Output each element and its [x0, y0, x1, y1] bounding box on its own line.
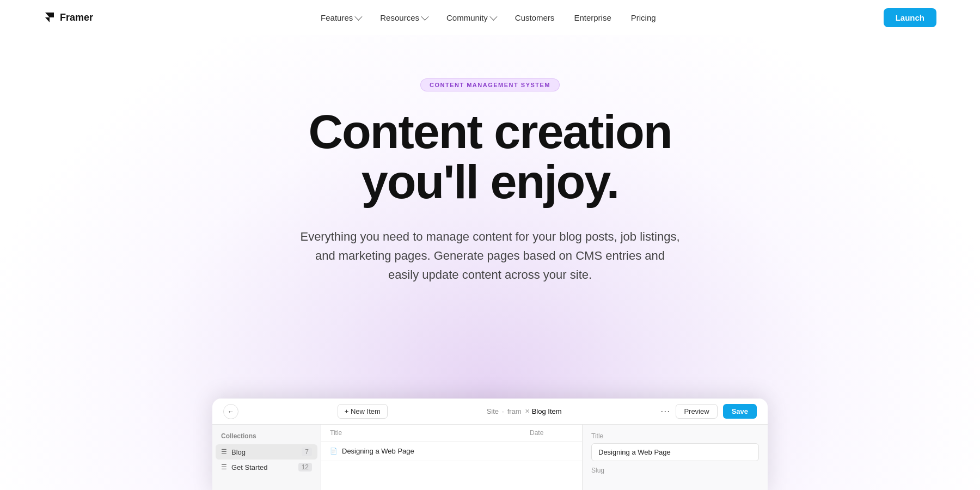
row-doc-icon: 📄 [330, 448, 338, 455]
collection-item-blog[interactable]: ☰ Blog 7 [216, 444, 317, 460]
svg-marker-0 [45, 13, 54, 17]
preview-actions: ··· Preview Save [660, 404, 757, 419]
table-header: Title Date [321, 425, 582, 442]
nav-item-features[interactable]: Features [321, 13, 360, 22]
preview-new-item-button[interactable]: + New Item [338, 404, 388, 419]
hero-section: CONTENT MANAGEMENT SYSTEM Content creati… [0, 35, 980, 284]
hero-title: Content creation you'll enjoy. [308, 107, 671, 207]
preview-more-button[interactable]: ··· [660, 406, 670, 417]
nav-item-customers[interactable]: Customers [515, 13, 555, 22]
nav-item-community[interactable]: Community [446, 13, 495, 22]
launch-button[interactable]: Launch [884, 8, 936, 27]
nav-item-enterprise[interactable]: Enterprise [574, 13, 611, 22]
ui-preview: ← + New Item Site · fram ✕ Blog Item ···… [212, 399, 768, 490]
hero-subtitle: Everything you need to manage content fo… [299, 227, 681, 285]
detail-title-value[interactable]: Designing a Web Page [591, 443, 759, 461]
nav-links: Features Resources Community Customers E… [321, 13, 656, 22]
svg-marker-1 [45, 17, 50, 22]
detail-slug-label: Slug [591, 467, 759, 474]
nav-item-pricing[interactable]: Pricing [631, 13, 656, 22]
preview-back-button[interactable]: ← [223, 404, 238, 419]
preview-collections-panel: Collections ☰ Blog 7 ☰ Get Started 12 [212, 425, 321, 490]
chevron-down-icon [355, 13, 363, 21]
preview-preview-button[interactable]: Preview [676, 404, 717, 419]
collection-get-started-icon: ☰ [221, 463, 227, 471]
preview-save-button[interactable]: Save [723, 404, 757, 419]
table-row[interactable]: 📄 Designing a Web Page [321, 442, 582, 461]
hero-badge: CONTENT MANAGEMENT SYSTEM [420, 78, 560, 91]
collection-blog-icon: ☰ [221, 448, 227, 456]
preview-detail-panel: Title Designing a Web Page Slug [583, 425, 768, 490]
collection-item-get-started[interactable]: ☰ Get Started 12 [212, 460, 321, 475]
navigation: Framer Features Resources Community Cust… [0, 0, 980, 35]
chevron-down-icon [421, 13, 428, 21]
preview-table-panel: Title Date 📄 Designing a Web Page [321, 425, 583, 490]
nav-item-resources[interactable]: Resources [380, 13, 427, 22]
preview-breadcrumb: Site · fram ✕ Blog Item [487, 407, 562, 415]
framer-logo-icon [44, 11, 56, 23]
collections-title: Collections [212, 432, 321, 440]
breadcrumb-active: ✕ Blog Item [525, 407, 562, 415]
detail-title-label: Title [591, 432, 759, 440]
preview-header: ← + New Item Site · fram ✕ Blog Item ···… [212, 399, 768, 425]
logo[interactable]: Framer [44, 11, 93, 23]
chevron-down-icon [489, 13, 497, 21]
preview-content: Collections ☰ Blog 7 ☰ Get Started 12 Ti… [212, 425, 768, 490]
logo-text: Framer [60, 12, 93, 23]
